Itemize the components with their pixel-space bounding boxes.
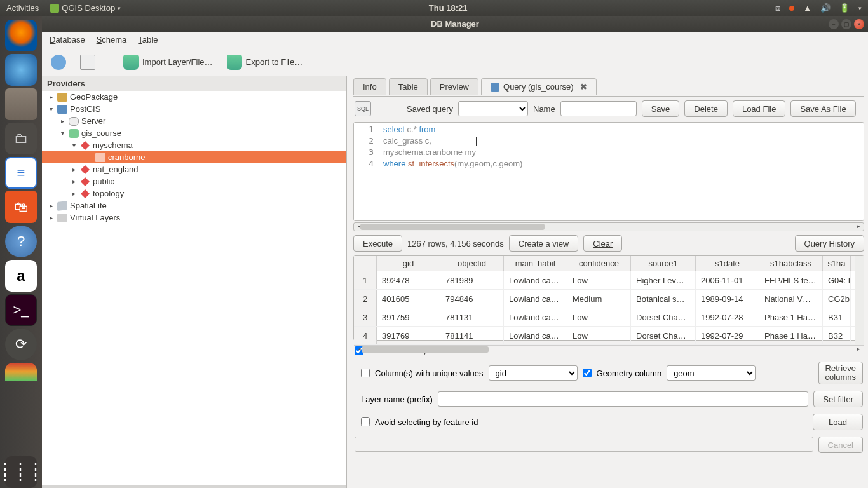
avoid-fid-checkbox[interactable] [361,417,370,426]
help-icon[interactable]: ? [5,226,37,257]
scroll-thumb[interactable] [360,224,545,230]
battery-icon[interactable]: 🔋 [839,3,850,13]
geometry-column-checkbox[interactable] [583,369,592,377]
th-s1habclass[interactable]: s1habclass [759,256,823,271]
ubuntu-software-icon[interactable]: 🛍 [5,191,37,223]
th-main-habit[interactable]: main_habit [504,256,567,271]
name-label: Name [533,104,555,114]
volume-icon[interactable]: 🔊 [820,3,831,13]
th-s1date[interactable]: s1date [696,256,759,271]
tree-cranborne[interactable]: cranborne [42,151,346,163]
menu-database[interactable]: Database [50,35,85,44]
terminal-icon[interactable]: >_ [5,294,37,326]
tab-info[interactable]: Info [353,78,386,95]
import-icon [123,55,139,70]
minimize-button[interactable]: – [829,19,839,29]
tree-nat-england[interactable]: ▸nat_england [42,163,346,175]
unique-columns-checkbox[interactable] [361,369,370,377]
scroll-right-icon[interactable]: ▸ [855,346,862,352]
load-button[interactable]: Load [813,414,863,430]
execute-button[interactable]: Execute [353,235,402,252]
tab-query[interactable]: Query (gis_course) ✖ [481,78,597,95]
th-confidence[interactable]: confidence [567,256,631,271]
delete-button[interactable]: Delete [684,100,728,117]
clock[interactable]: Thu 18:21 [121,3,775,13]
schema-icon [81,189,90,198]
geopackage-icon [57,93,67,102]
retrieve-columns-button[interactable]: Retrieve columns [818,362,863,384]
tree-topology[interactable]: ▸topology [42,187,346,200]
th-rownum[interactable] [354,256,377,271]
wifi-icon[interactable]: ▲ [803,3,811,13]
th-objectid[interactable]: objectid [440,256,504,271]
writer-icon[interactable]: ≡ [5,157,37,189]
window-titlebar[interactable]: DB Manager – ▢ × [42,16,868,32]
export-file-button[interactable]: Export to File… [223,52,307,72]
rainbow-icon[interactable] [5,363,37,381]
results-body[interactable]: 1392478781989Lowland ca…LowHigher Lev…20… [354,271,855,345]
app-menu[interactable]: QGIS Desktop ▾ [50,3,121,13]
tree-server[interactable]: ▸Server [42,115,346,127]
providers-tree[interactable]: ▸GeoPackage ▾PostGIS ▸Server ▾gis_course… [42,91,346,485]
tab-preview[interactable]: Preview [430,78,478,95]
scroll-thumb[interactable] [362,346,489,353]
tree-geopackage[interactable]: ▸GeoPackage [42,91,346,103]
geometry-column-select[interactable]: geom [667,365,756,381]
providers-panel: Providers ▸GeoPackage ▾PostGIS ▸Server ▾… [42,76,347,488]
query-history-button[interactable]: Query History [795,235,864,252]
tree-postgis[interactable]: ▾PostGIS [42,103,346,115]
layer-prefix-input[interactable] [438,391,809,407]
firefox-icon[interactable] [5,20,37,51]
dropbox-icon[interactable]: ⧈ [775,3,780,13]
results-table[interactable]: gid objectid main_habit confidence sourc… [354,256,855,345]
layer-prefix-label: Layer name (prefix) [361,395,433,404]
import-layer-button[interactable]: Import Layer/File… [119,52,217,72]
menu-schema[interactable]: Schema [97,35,127,44]
save-button[interactable]: Save [642,100,680,117]
close-icon[interactable]: ✖ [580,82,587,92]
activities-button[interactable]: Activities [6,3,39,13]
th-gid[interactable]: gid [377,256,440,271]
sql-button[interactable]: SQL [355,101,371,116]
thunderbird-icon[interactable] [5,54,37,86]
table-row[interactable]: 2401605794846Lowland ca…MediumBotanical … [354,290,855,308]
th-s1ha[interactable]: s1ha [823,256,851,271]
table-row[interactable]: 3391759781131Lowland ca…LowDorset Cha…19… [354,308,855,327]
load-file-button[interactable]: Load File [733,100,785,117]
maximize-button[interactable]: ▢ [841,19,851,29]
clear-button[interactable]: Clear [583,235,622,252]
show-apps-icon[interactable]: ⋮⋮⋮⋮⋮⋮ [5,456,37,488]
refresh-button[interactable] [47,52,70,72]
set-filter-button[interactable]: Set filter [813,391,863,407]
menu-table[interactable]: Table [138,35,158,44]
tab-table[interactable]: Table [389,78,428,95]
archive-icon[interactable]: 🗀 [5,123,37,154]
panel-resize-handle[interactable] [42,485,346,488]
tree-public[interactable]: ▸public [42,175,346,187]
sql-editor[interactable]: 1234 select c.* from calc_grass c, mysch… [353,122,864,221]
amazon-icon[interactable]: a [5,260,37,292]
avoid-fid-label: Avoid selecting by feature id [375,417,478,427]
editor-content[interactable]: select c.* from calc_grass c, myschema.c… [379,123,864,220]
software-updater-icon[interactable]: ⟳ [5,329,37,360]
files-icon[interactable] [5,88,37,120]
sql-window-button[interactable] [76,52,99,72]
saved-query-select[interactable] [458,101,528,116]
tree-spatialite[interactable]: ▸SpatiaLite [42,200,346,212]
results-vscrollbar[interactable] [855,256,864,345]
table-row[interactable]: 1392478781989Lowland ca…LowHigher Lev…20… [354,271,855,290]
th-source1[interactable]: source1 [631,256,696,271]
unique-columns-select[interactable]: gid [489,365,578,381]
query-name-input[interactable] [560,101,637,116]
tree-myschema[interactable]: ▾myschema [42,139,346,151]
create-view-button[interactable]: Create a view [509,235,578,252]
tree-virtual-layers[interactable]: ▸Virtual Layers [42,212,346,224]
editor-hscrollbar[interactable]: ◂ ▸ [353,222,864,231]
sql-icon [80,55,95,70]
save-as-file-button[interactable]: Save As File [790,100,855,117]
results-hscrollbar[interactable]: ◂ ▸ [354,345,864,346]
scroll-right-icon[interactable]: ▸ [855,223,862,229]
status-area[interactable]: ⧈ ▲ 🔊 🔋 ▾ [775,3,862,13]
tree-gis-course[interactable]: ▾gis_course [42,127,346,139]
close-button[interactable]: × [854,19,864,29]
